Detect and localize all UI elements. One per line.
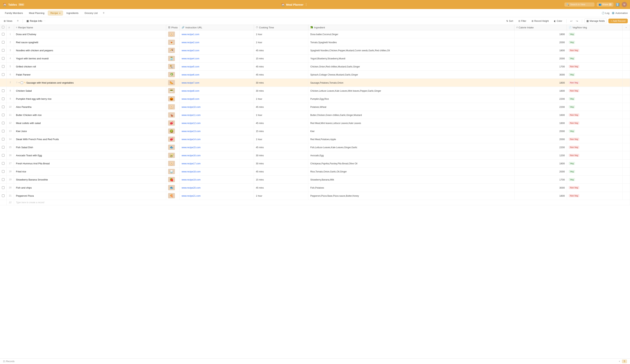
row-checkbox[interactable] (2, 186, 4, 189)
tab-grocery-list[interactable]: Grocery List (82, 10, 100, 16)
recipe-name-cell[interactable]: Fresh Hummus And Pita Bread (14, 160, 166, 168)
tab-ingredients[interactable]: Ingredients (64, 10, 81, 16)
url-cell[interactable]: www.recipe12.com (180, 119, 254, 127)
recipe-name-cell[interactable]: Grilled chicken roll (14, 62, 166, 70)
row-checkbox-cell[interactable] (0, 152, 6, 160)
row-checkbox[interactable] (2, 114, 4, 116)
row-checkbox-cell[interactable] (0, 38, 6, 46)
row-checkbox[interactable] (2, 130, 4, 132)
add-view-button[interactable]: + (16, 18, 20, 24)
recipe-name-cell[interactable]: Yogurt with berries and muesli (14, 54, 166, 62)
recipe-name-cell[interactable]: Pumpkin fried egg with berry rice (14, 95, 166, 103)
url-cell[interactable]: www.recipe18.com (180, 168, 254, 176)
url-cell[interactable]: www.recipe7.com (180, 79, 254, 87)
recipe-name-cell[interactable]: Kiwi Juice (14, 127, 166, 135)
col-ingredient[interactable]: 🥦Ingredient (308, 25, 514, 30)
url-cell[interactable]: www.recipe11.com (180, 111, 254, 119)
tab-family-members[interactable]: Family Members (2, 10, 26, 16)
row-checkbox-cell[interactable] (0, 70, 6, 79)
recipe-name-cell[interactable]: Strawberry Banana Smoothie (14, 176, 166, 184)
row-checkbox-cell[interactable] (0, 184, 6, 192)
redo-button[interactable]: ↪ (574, 18, 580, 24)
row-checkbox-cell[interactable] (0, 135, 6, 143)
url-cell[interactable]: www.recipe5.com (180, 62, 254, 70)
url-cell[interactable]: www.recipe16.com (180, 152, 254, 160)
avatar[interactable]: U (622, 2, 627, 7)
recipe-name-cell[interactable]: ⠿ ▾ ✎ Sausage with fried potatoes and ve… (14, 79, 166, 87)
expand-row-icon[interactable]: ✎ (24, 82, 26, 84)
info-icon[interactable]: ℹ️ (616, 3, 620, 6)
recipe-name-cell[interactable]: Aloo Parantha (14, 103, 166, 111)
url-cell[interactable]: www.recipe4.com (180, 54, 254, 62)
row-checkbox[interactable] (2, 98, 4, 100)
url-cell[interactable]: www.recipe8.com (180, 87, 254, 95)
url-cell[interactable]: www.recipe21.com (180, 192, 254, 200)
row-checkbox-cell[interactable] (0, 46, 6, 54)
row-checkbox[interactable] (2, 170, 4, 173)
recipe-name-cell[interactable]: Red sauce spaghetti (14, 38, 166, 46)
recipe-name-cell[interactable]: Steak With French Fries and Red Fruits (14, 135, 166, 143)
row-checkbox-cell[interactable] (0, 30, 6, 38)
row-checkbox[interactable] (2, 146, 4, 148)
views-button[interactable]: ⊞ Views (2, 19, 14, 23)
col-veg[interactable]: 📄Veg/Non-Veg (567, 25, 622, 30)
new-record-row[interactable]: 22 Type here to create a record (0, 200, 630, 205)
url-cell[interactable]: www.recipe3.com (180, 46, 254, 54)
url-cell[interactable]: www.recipe19.com (180, 176, 254, 184)
row-checkbox-cell[interactable] (0, 62, 6, 70)
log-button[interactable]: 🕐 Log (602, 12, 610, 14)
row-checkbox-cell[interactable] (0, 143, 6, 152)
col-calorie[interactable]: #Calorie Intake (514, 25, 567, 30)
row-checkbox[interactable] (2, 154, 4, 157)
color-button[interactable]: ◐ Color (552, 19, 564, 23)
row-checkbox-cell[interactable] (0, 103, 6, 111)
share-button[interactable]: 👥 Share 7 (597, 2, 614, 6)
row-checkbox-cell[interactable] (0, 79, 6, 87)
row-checkbox-cell[interactable] (0, 111, 6, 119)
row-checkbox[interactable] (2, 138, 4, 140)
row-checkbox-cell[interactable] (0, 119, 6, 127)
add-page-button[interactable]: + (618, 360, 621, 363)
recipe-name-cell[interactable]: Butter Chicken with rice (14, 111, 166, 119)
url-cell[interactable]: www.recipe10.com (180, 103, 254, 111)
tab-meal-planning[interactable]: Meal Planning (26, 10, 47, 16)
col-cooking-time[interactable]: ⏱Cooking Time (254, 25, 308, 30)
col-url[interactable]: 🔗Instruction URL (180, 25, 254, 30)
row-checkbox-cell[interactable] (0, 192, 6, 200)
recipe-name-cell[interactable]: Fried rice (14, 168, 166, 176)
automation-button[interactable]: ⚙️ Automation (612, 12, 628, 14)
col-recipe-name[interactable]: ≡Recipe Name (14, 25, 166, 30)
url-cell[interactable]: www.recipe20.com (180, 184, 254, 192)
recipe-name-cell[interactable]: Avocado Toast with Egg (14, 152, 166, 160)
url-cell[interactable]: www.recipe1.com (180, 30, 254, 38)
recipe-name-cell[interactable]: Chicken Salad (14, 87, 166, 95)
recipe-name-cell[interactable]: Pepperoni Pizza (14, 192, 166, 200)
sort-button[interactable]: ⇅ Sort (504, 19, 515, 23)
url-cell[interactable]: www.recipe17.com (180, 160, 254, 168)
add-record-button[interactable]: + Add Record (608, 18, 628, 23)
url-cell[interactable]: www.recipe13.com (180, 127, 254, 135)
current-view[interactable]: ▦ Recipe Info ⋯ (25, 19, 47, 23)
recipe-name-cell[interactable]: Meat cutlets with salad (14, 119, 166, 127)
url-cell[interactable]: www.recipe15.com (180, 143, 254, 152)
col-photo[interactable]: 🖼Photo (166, 25, 180, 30)
manage-fields-button[interactable]: ▦ Manage fields (584, 18, 607, 23)
row-checkbox[interactable] (21, 82, 23, 84)
row-checkbox[interactable] (2, 73, 4, 76)
row-checkbox-cell[interactable] (0, 176, 6, 184)
undo-button[interactable]: ↩ (569, 18, 574, 24)
view-menu-dots[interactable]: ⋯ (44, 20, 46, 22)
row-checkbox-cell[interactable] (0, 87, 6, 95)
row-checkbox-cell[interactable] (0, 95, 6, 103)
url-cell[interactable]: www.recipe2.com (180, 38, 254, 46)
search-box[interactable]: 🔍 Search in View (564, 2, 594, 6)
row-checkbox-cell[interactable] (0, 168, 6, 176)
row-checkbox[interactable] (2, 162, 4, 165)
filter-button[interactable]: ⊟ Filter (516, 19, 528, 23)
row-checkbox[interactable] (2, 90, 4, 92)
new-record-input[interactable]: Type here to create a record (14, 200, 630, 205)
row-checkbox-cell[interactable] (0, 160, 6, 168)
record-height-button[interactable]: ⊞ Record Height (530, 19, 551, 23)
row-checkbox[interactable] (2, 178, 4, 181)
select-all-checkbox[interactable] (2, 26, 4, 28)
